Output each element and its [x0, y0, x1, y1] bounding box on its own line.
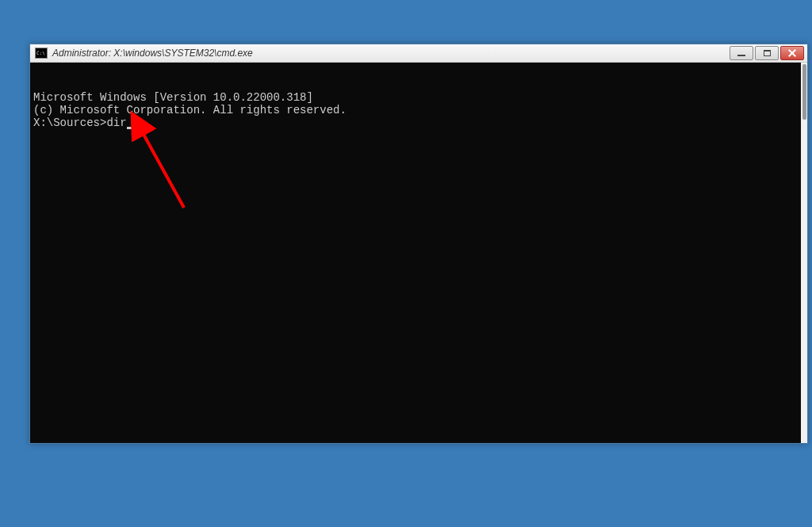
scrollbar-thumb[interactable] [802, 64, 806, 120]
close-button[interactable] [780, 46, 804, 60]
terminal[interactable]: Microsoft Windows [Version 10.0.22000.31… [30, 63, 801, 443]
banner-line-1: Microsoft Windows [Version 10.0.22000.31… [33, 91, 798, 104]
window-controls [730, 46, 804, 60]
prompt-line: X:\Sources>dir [33, 116, 798, 129]
window-title: Administrator: X:\windows\SYSTEM32\cmd.e… [52, 48, 253, 59]
terminal-container: Microsoft Windows [Version 10.0.22000.31… [30, 63, 807, 443]
titlebar[interactable]: C:\ Administrator: X:\windows\SYSTEM32\c… [30, 44, 807, 63]
prompt: X:\Sources> [33, 116, 106, 129]
maximize-icon [764, 50, 771, 56]
cmd-window: C:\ Administrator: X:\windows\SYSTEM32\c… [29, 44, 808, 444]
cmd-icon: C:\ [35, 48, 48, 59]
minimize-button[interactable] [730, 46, 753, 60]
banner-line-2: (c) Microsoft Corporation. All rights re… [33, 104, 798, 116]
close-icon [787, 48, 797, 58]
maximize-button[interactable] [755, 46, 779, 60]
minimize-icon [737, 55, 745, 56]
cursor [127, 127, 133, 129]
typed-command: dir [106, 116, 126, 129]
scrollbar-track[interactable] [801, 63, 807, 443]
